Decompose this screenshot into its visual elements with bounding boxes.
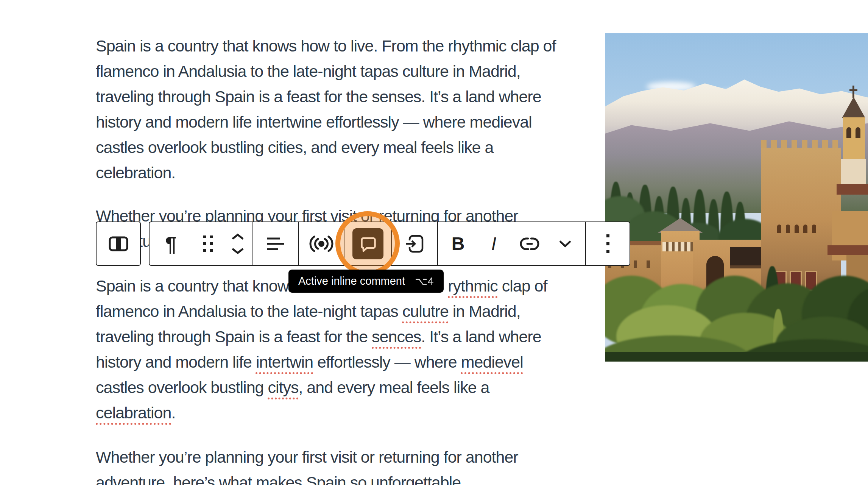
paragraph-block[interactable]: Whether you’re planning your first visit…: [96, 444, 518, 485]
misspelled-word[interactable]: intertwin: [256, 353, 313, 371]
drag-handle-icon: [203, 235, 213, 252]
text-line[interactable]: celabration.: [96, 400, 547, 426]
misspelled-word[interactable]: celabration: [96, 404, 171, 422]
toolbar-broadcast-section: [299, 222, 344, 265]
block-mover: [229, 232, 246, 255]
text-segment[interactable]: castles overlook bustling: [96, 378, 268, 396]
misspelled-word[interactable]: medievel: [461, 353, 523, 371]
text-segment[interactable]: clap of: [498, 277, 547, 295]
text-segment[interactable]: flamenco in Andalusia to the late-night …: [96, 302, 402, 320]
photo-window: [856, 127, 860, 138]
text-line[interactable]: Whether you’re planning your first visit…: [96, 444, 518, 470]
bold-icon: B: [452, 235, 465, 253]
photo-roof: [837, 184, 868, 195]
text-line[interactable]: adventure, here’s what makes Spain so un…: [96, 470, 518, 485]
block-toolbar: ¶: [149, 221, 630, 266]
text-segment[interactable]: traveling through Spain is a feast for t…: [96, 87, 541, 106]
photo-window: [803, 225, 807, 233]
photo-bell-tower-base: [841, 159, 866, 185]
text-segment[interactable]: celebration.: [96, 164, 175, 182]
select-parent-block-button[interactable]: [103, 228, 134, 259]
photo-window: [795, 225, 799, 233]
photo-window: [846, 127, 851, 138]
move-down-button[interactable]: [229, 247, 246, 255]
box-arrow-icon: [405, 234, 424, 254]
chevron-down-icon: [231, 248, 245, 254]
bold-button[interactable]: B: [443, 228, 474, 259]
align-text-button[interactable]: [260, 228, 291, 259]
tooltip-shortcut: ⌥4: [415, 275, 434, 288]
alhambra-photo[interactable]: [605, 33, 868, 362]
photo-canopy-base: [605, 352, 868, 362]
move-up-button[interactable]: [229, 232, 246, 241]
toolbar-align-section: [252, 222, 299, 265]
toolbar-comment-section: [344, 222, 392, 265]
text-segment[interactable]: . It’s a land where: [421, 327, 541, 346]
toolbar-options-section: [586, 222, 630, 265]
link-button[interactable]: [514, 228, 545, 259]
photo-battlements: [761, 140, 841, 148]
chevron-up-icon: [231, 233, 245, 240]
text-line[interactable]: castles overlook bustling cities, and ev…: [96, 135, 556, 160]
active-inline-comment-button[interactable]: [352, 228, 383, 259]
italic-button[interactable]: I: [478, 228, 509, 259]
misspelled-word[interactable]: rythmic: [448, 277, 498, 295]
misspelled-word[interactable]: culutre: [402, 302, 449, 320]
columns-block-icon: [109, 236, 128, 251]
paragraph-block[interactable]: Spain is a country that knows how to liv…: [96, 33, 556, 186]
text-line[interactable]: traveling through Spain is a feast for t…: [96, 324, 547, 349]
photo-arcade: [662, 242, 698, 251]
text-segment[interactable]: effortlessly — where: [313, 353, 461, 371]
misspelled-word[interactable]: sences: [372, 327, 421, 346]
tooltip: Active inline comment ⌥4: [288, 270, 444, 293]
text-segment[interactable]: traveling through Spain is a feast for t…: [96, 327, 372, 346]
photo-cross: [852, 86, 854, 98]
kebab-menu-icon: [606, 234, 609, 253]
paragraph-icon: ¶: [165, 234, 176, 254]
broadcast-icon: [309, 234, 334, 253]
drag-button[interactable]: [192, 228, 223, 259]
comment-bubble-icon: [359, 235, 377, 253]
photo-bell-tower: [843, 117, 865, 160]
link-icon: [519, 235, 541, 252]
photo-window: [777, 225, 781, 233]
text-line[interactable]: flamenco in Andalusia to the late-night …: [96, 299, 547, 324]
photo-window: [786, 225, 790, 233]
text-segment[interactable]: castles overlook bustling cities, and ev…: [96, 138, 493, 156]
text-segment[interactable]: history and modern life: [96, 353, 256, 371]
text-segment[interactable]: adventure, here’s what makes Spain so un…: [96, 473, 473, 485]
text-line[interactable]: castles overlook bustling citys, and eve…: [96, 375, 547, 400]
toolbar-jump-section: [392, 222, 438, 265]
text-segment[interactable]: in Madrid,: [449, 302, 520, 320]
text-line[interactable]: Spain is a country that knows how to liv…: [96, 33, 556, 59]
text-segment[interactable]: flamenco in Andalusia to the late-night …: [96, 62, 520, 80]
jump-to-comment-button[interactable]: [399, 228, 430, 259]
tooltip-label: Active inline comment: [298, 275, 405, 287]
paragraph-block-selected[interactable]: Spain is a country that knows how to liv…: [96, 273, 547, 426]
options-button[interactable]: [592, 228, 623, 259]
paragraph-block-button[interactable]: ¶: [156, 228, 187, 259]
text-line[interactable]: history and modern life intertwine effor…: [96, 109, 556, 135]
chevron-down-icon: [558, 240, 572, 248]
more-text-tools-button[interactable]: [550, 228, 581, 259]
text-segment[interactable]: .: [171, 404, 175, 422]
toolbar-block-section: ¶: [150, 222, 252, 265]
text-segment[interactable]: Whether you’re planning your first visit…: [96, 448, 518, 466]
text-segment[interactable]: history and modern life intertwine effor…: [96, 113, 532, 131]
align-left-icon: [266, 237, 285, 251]
photo-right-roof: [827, 245, 868, 255]
text-line[interactable]: traveling through Spain is a feast for t…: [96, 84, 556, 109]
text-segment[interactable]: , and every meal feels like a: [298, 378, 489, 396]
photo-cross: [849, 89, 857, 91]
toolbar-format-section: B I: [438, 222, 586, 265]
text-line[interactable]: flamenco in Andalusia to the late-night …: [96, 59, 556, 84]
misspelled-word[interactable]: citys: [268, 378, 298, 396]
block-toolbar-parent-selector: [96, 221, 141, 266]
text-line[interactable]: celebration.: [96, 160, 556, 186]
italic-icon: I: [491, 235, 496, 253]
text-segment[interactable]: Spain is a country that knows how to liv…: [96, 37, 556, 55]
broadcast-button[interactable]: [306, 228, 337, 259]
text-line[interactable]: history and modern life intertwin effort…: [96, 349, 547, 375]
photo-window: [812, 225, 816, 233]
